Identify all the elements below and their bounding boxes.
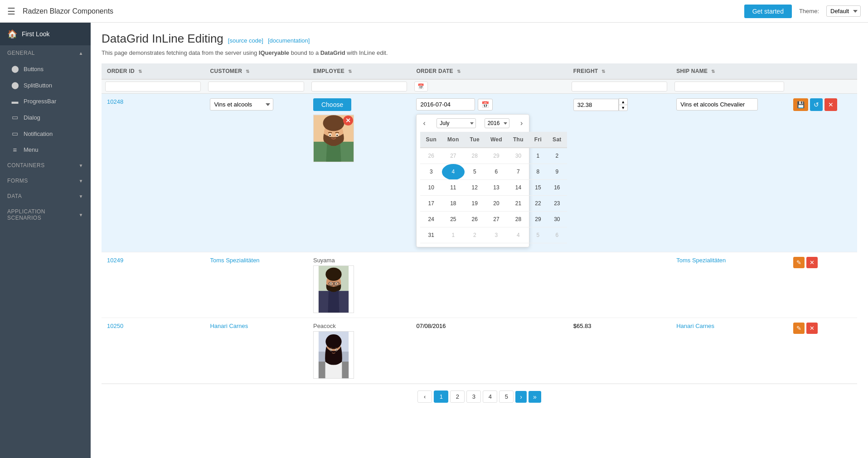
calendar-day-cell[interactable]: 10 <box>420 180 442 196</box>
ship-name-input-1[interactable] <box>676 98 758 111</box>
choose-button[interactable]: Choose <box>313 98 351 111</box>
calendar-day-cell[interactable]: 13 <box>485 180 508 196</box>
calendar-day-cell[interactable]: 19 <box>465 196 485 212</box>
calendar-day-cell[interactable]: 6 <box>547 227 567 243</box>
calendar-day-cell[interactable]: 28 <box>465 148 485 164</box>
sidebar-item-menu[interactable]: ≡ Menu <box>0 142 91 158</box>
calendar-day-cell[interactable]: 5 <box>529 227 547 243</box>
calendar-day-cell[interactable]: 26 <box>465 212 485 227</box>
filter-order-id-input[interactable] <box>105 82 201 92</box>
calendar-prev-button[interactable]: ‹ <box>420 118 428 128</box>
calendar-year-select[interactable]: 20142015201620172018 <box>485 118 509 128</box>
sort-order-id-icon[interactable]: ⇅ <box>138 69 142 74</box>
pagination-next-button[interactable]: › <box>515 391 527 403</box>
order-id-link-3[interactable]: 10250 <box>107 323 123 329</box>
pagination-page-2[interactable]: 2 <box>450 391 465 403</box>
sort-ship-name-icon[interactable]: ⇅ <box>711 69 715 74</box>
calendar-day-cell[interactable]: 31 <box>420 227 442 243</box>
pagination-page-5[interactable]: 5 <box>499 391 514 403</box>
pagination-page-3[interactable]: 3 <box>466 391 481 403</box>
calendar-day-cell[interactable]: 6 <box>485 164 508 180</box>
calendar-day-cell[interactable]: 2 <box>547 148 567 164</box>
calendar-day-cell[interactable]: 9 <box>547 164 567 180</box>
get-started-button[interactable]: Get started <box>744 5 792 18</box>
delete-button-2[interactable]: ✕ <box>806 257 818 268</box>
order-date-input-1[interactable] <box>416 98 475 111</box>
calendar-day-cell[interactable]: 5 <box>465 164 485 180</box>
calendar-day-cell[interactable]: 8 <box>529 164 547 180</box>
sidebar-section-data[interactable]: Data ▼ <box>0 188 91 204</box>
customer-select-1[interactable]: Vins et alcools <box>210 98 273 111</box>
sidebar-item-progressbar[interactable]: ▬ ProgressBar <box>0 93 91 109</box>
reset-button-1[interactable]: ↺ <box>810 98 823 111</box>
sort-order-date-icon[interactable]: ⇅ <box>457 69 461 74</box>
save-button-1[interactable]: 💾 <box>793 98 808 111</box>
sidebar-item-splitbutton[interactable]: ⬤ SplitButton <box>0 77 91 93</box>
sidebar-item-first-look[interactable]: 🏠 First Look <box>0 23 91 45</box>
filter-freight-input[interactable] <box>572 82 667 92</box>
pagination-page-4[interactable]: 4 <box>483 391 497 403</box>
calendar-next-button[interactable]: › <box>518 118 525 128</box>
calendar-day-cell[interactable]: 4 <box>508 227 529 243</box>
freight-decrement-button[interactable]: ▼ <box>619 105 628 111</box>
calendar-day-cell[interactable]: 30 <box>508 148 529 164</box>
edit-button-2[interactable]: ✎ <box>793 257 805 268</box>
calendar-day-cell[interactable]: 3 <box>485 227 508 243</box>
calendar-day-cell[interactable]: 3 <box>420 164 442 180</box>
source-code-link[interactable]: [source code] <box>228 37 263 44</box>
calendar-icon-button[interactable]: 📅 <box>478 99 493 111</box>
calendar-month-select[interactable]: JanuaryFebruaryMarchAprilMayJulyJuneAugu… <box>436 118 476 128</box>
calendar-day-cell[interactable]: 27 <box>442 148 465 164</box>
filter-order-date-input[interactable] <box>414 82 428 92</box>
documentation-link[interactable]: [documentation] <box>268 37 310 44</box>
calendar-day-cell[interactable]: 21 <box>508 196 529 212</box>
calendar-day-cell[interactable]: 11 <box>442 180 465 196</box>
edit-button-3[interactable]: ✎ <box>793 323 805 334</box>
sidebar-section-containers[interactable]: Containers ▼ <box>0 158 91 173</box>
calendar-day-cell[interactable]: 29 <box>529 212 547 227</box>
calendar-day-cell[interactable]: 23 <box>547 196 567 212</box>
remove-photo-button[interactable]: ✕ <box>343 116 353 125</box>
calendar-day-cell[interactable]: 18 <box>442 196 465 212</box>
sidebar-section-app-scenarios[interactable]: Application Scenarios ▼ <box>0 204 91 226</box>
filter-ship-name-input[interactable] <box>674 82 784 92</box>
calendar-day-cell[interactable]: 30 <box>547 212 567 227</box>
filter-customer-input[interactable] <box>208 82 304 92</box>
freight-increment-button[interactable]: ▲ <box>619 98 628 105</box>
calendar-day-cell[interactable]: 1 <box>529 148 547 164</box>
filter-employee-input[interactable] <box>311 82 407 92</box>
calendar-day-cell[interactable]: 14 <box>508 180 529 196</box>
calendar-day-cell[interactable]: 1 <box>442 227 465 243</box>
freight-input-1[interactable] <box>573 99 619 111</box>
calendar-day-cell[interactable]: 2 <box>465 227 485 243</box>
sidebar-section-forms[interactable]: Forms ▼ <box>0 173 91 188</box>
sort-employee-icon[interactable]: ⇅ <box>348 69 352 74</box>
calendar-day-cell[interactable]: 20 <box>485 196 508 212</box>
hamburger-menu-icon[interactable]: ☰ <box>7 6 15 17</box>
calendar-day-cell[interactable]: 24 <box>420 212 442 227</box>
sidebar-item-notification[interactable]: ▭ Notification <box>0 125 91 142</box>
calendar-day-cell[interactable]: 16 <box>547 180 567 196</box>
order-id-link-1[interactable]: 10248 <box>107 98 123 105</box>
calendar-day-cell[interactable]: 27 <box>485 212 508 227</box>
calendar-day-cell[interactable]: 28 <box>508 212 529 227</box>
cancel-button-1[interactable]: ✕ <box>824 98 837 111</box>
pagination-prev-button[interactable]: ‹ <box>417 391 432 403</box>
calendar-day-cell[interactable]: 7 <box>508 164 529 180</box>
sidebar-section-general[interactable]: General ▲ <box>0 45 91 61</box>
calendar-day-cell[interactable]: 4 <box>442 164 465 180</box>
calendar-day-cell[interactable]: 25 <box>442 212 465 227</box>
theme-select[interactable]: Default <box>826 5 861 17</box>
calendar-day-cell[interactable]: 15 <box>529 180 547 196</box>
calendar-day-cell[interactable]: 26 <box>420 148 442 164</box>
pagination-last-button[interactable]: » <box>529 391 541 403</box>
order-id-link-2[interactable]: 10249 <box>107 257 123 264</box>
pagination-page-1[interactable]: 1 <box>434 391 448 403</box>
delete-button-3[interactable]: ✕ <box>806 323 818 334</box>
sort-customer-icon[interactable]: ⇅ <box>246 69 249 74</box>
calendar-day-cell[interactable]: 22 <box>529 196 547 212</box>
sort-freight-icon[interactable]: ⇅ <box>601 69 605 74</box>
calendar-day-cell[interactable]: 12 <box>465 180 485 196</box>
calendar-day-cell[interactable]: 29 <box>485 148 508 164</box>
sidebar-item-dialog[interactable]: ▭ Dialog <box>0 109 91 125</box>
